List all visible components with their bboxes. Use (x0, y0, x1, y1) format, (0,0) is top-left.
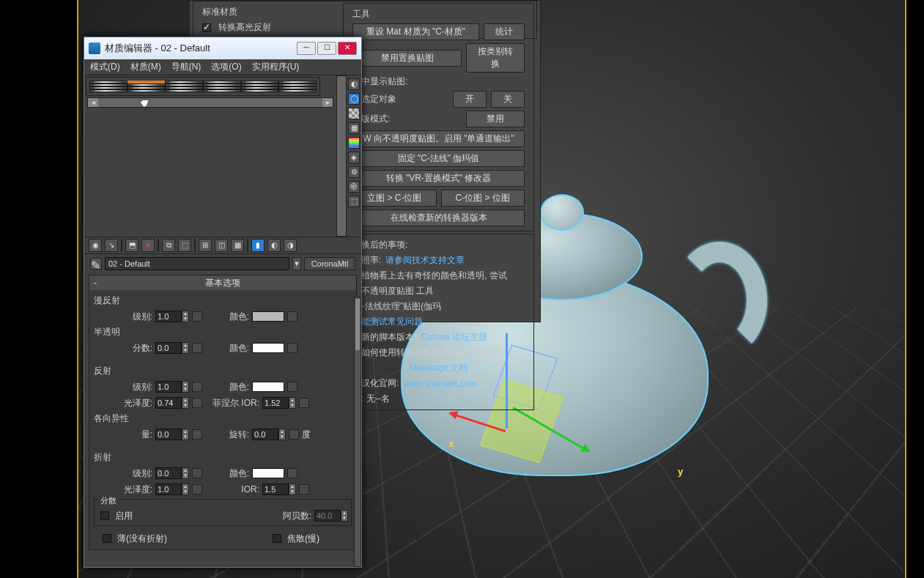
refl-level-spinner[interactable]: ▲▼ (182, 381, 189, 393)
menu-options[interactable]: 选项(O) (211, 61, 241, 73)
make-copy-icon[interactable]: ⧉ (162, 239, 175, 252)
put-to-lib-icon[interactable]: ⊞ (199, 239, 212, 252)
thin-checkbox[interactable] (103, 534, 111, 543)
refr-color-swatch[interactable] (252, 468, 284, 478)
sample-hscroll[interactable]: ◂▸ (87, 97, 333, 108)
refr-gloss-spinner[interactable]: ▲▼ (182, 483, 189, 495)
sample-slot-22[interactable] (203, 89, 241, 92)
sample-slot-24[interactable] (278, 89, 317, 92)
show-map-vp-icon[interactable]: ▦ (231, 239, 244, 252)
refl-ior-input[interactable] (262, 397, 289, 409)
refr-level-spinner[interactable]: ▲▼ (182, 467, 189, 479)
opacity-hint-button[interactable]: W 向不透明度贴图。启用 "单通道输出" (352, 130, 525, 147)
aniso-rot-input[interactable] (252, 429, 278, 440)
scatter-enable-checkbox[interactable] (100, 511, 109, 520)
disable-button[interactable]: 禁用 (466, 111, 525, 127)
aniso-amount-map[interactable] (192, 429, 202, 440)
refl-ior-map[interactable] (299, 398, 309, 408)
go-forward-icon[interactable]: ◑ (284, 239, 297, 252)
caustics-checkbox[interactable] (273, 534, 281, 543)
site-link[interactable]: www.shanse8.com (403, 379, 476, 389)
perf-link[interactable]: 性能测试常见问题 (352, 316, 423, 328)
diffuse-color-map[interactable] (287, 311, 297, 322)
sample-type-icon[interactable]: ◐ (348, 78, 360, 90)
make-unique-icon[interactable]: ⬚ (178, 239, 191, 252)
pick-material-icon[interactable]: ✎ (90, 258, 102, 270)
close-window-button[interactable]: ✕ (338, 42, 357, 55)
refl-color-map[interactable] (287, 382, 297, 392)
video-color-icon[interactable] (348, 137, 360, 149)
trans-color-swatch[interactable] (252, 343, 284, 353)
material-name-input[interactable] (105, 257, 289, 270)
refr-ior-spinner[interactable]: ▲▼ (289, 483, 296, 495)
mat-map-nav-icon[interactable]: ⬚ (348, 196, 360, 207)
trans-frac-map[interactable] (192, 343, 202, 353)
gizmo-y-axis[interactable] (512, 407, 589, 453)
aniso-rot-spinner[interactable]: ▲▼ (278, 429, 286, 440)
menu-util[interactable]: 实用程序(U) (252, 61, 300, 73)
diffuse-level-map[interactable] (192, 311, 202, 322)
titlebar[interactable]: 材质编辑器 - 02 - Default ─ ☐ ✕ (84, 37, 361, 59)
diffuse-level-input[interactable] (155, 311, 182, 322)
gizmo-x-axis[interactable] (449, 412, 506, 433)
refl-color-swatch[interactable] (252, 382, 284, 392)
minimize-button[interactable]: ─ (297, 42, 316, 55)
menu-material[interactable]: 材质(M) (130, 61, 161, 73)
sample-slot-19[interactable] (89, 89, 127, 92)
sample-slot-23[interactable] (241, 89, 279, 92)
convert-disp-button[interactable]: 转换 "VR-置换模式" 修改器 (352, 170, 525, 187)
go-parent-icon[interactable]: ◐ (267, 239, 281, 252)
refr-ior-map[interactable] (299, 484, 309, 494)
close-button[interactable]: 关 (491, 91, 525, 108)
stats-button[interactable]: 统计 (484, 23, 525, 40)
rollup-vscroll[interactable] (354, 297, 361, 567)
put-to-scene-icon[interactable]: ↘ (105, 239, 118, 252)
refl-gloss-input[interactable] (155, 397, 182, 409)
show-end-result-icon[interactable]: ▮ (251, 239, 265, 252)
assign-to-sel-icon[interactable]: ⬒ (125, 239, 138, 252)
diffuse-color-swatch[interactable] (252, 311, 284, 322)
trans-frac-input[interactable] (155, 342, 182, 354)
maximize-button[interactable]: ☐ (317, 42, 336, 55)
refr-level-input[interactable] (155, 467, 182, 479)
cmap2-button[interactable]: C-位图 > 位图 (441, 190, 525, 207)
refl-ior-spinner[interactable]: ▲▼ (289, 397, 296, 409)
maxscript-link[interactable]: Maxscript 文档 (410, 362, 467, 374)
reset-mat-button[interactable]: 重设 Mat 材质为 "C-材质" (352, 23, 479, 40)
support-link[interactable]: 请参阅技术支持文章 (385, 254, 465, 267)
sample-vscroll[interactable] (336, 75, 347, 237)
refr-gloss-map[interactable] (192, 484, 202, 494)
make-preview-icon[interactable]: ◈ (348, 152, 360, 163)
disable-disp-button[interactable]: 禁用置换贴图 (352, 50, 462, 67)
refl-level-input[interactable] (155, 381, 182, 393)
forum-link[interactable]: Corona 论坛主题 (421, 331, 487, 344)
reset-map-icon[interactable]: ✕ (141, 239, 155, 252)
refr-gloss-input[interactable] (155, 483, 182, 495)
menu-mode[interactable]: 模式(D) (90, 61, 120, 73)
sample-slot-20[interactable] (127, 89, 166, 92)
sample-uv-icon[interactable]: ▦ (348, 122, 360, 134)
mat-id-icon[interactable]: ◫ (215, 239, 228, 252)
menu-nav[interactable]: 导航(N) (171, 61, 202, 73)
rollup-basic-header[interactable]: 基本选项 (89, 275, 356, 290)
open-button[interactable]: 开 (453, 91, 487, 108)
material-type-button[interactable]: CoronaMtl (304, 257, 355, 270)
refr-color-map[interactable] (287, 468, 297, 478)
backlight-icon[interactable]: ◯ (348, 93, 360, 105)
trans-color-map[interactable] (287, 343, 297, 353)
trans-frac-spinner[interactable]: ▲▼ (182, 342, 189, 354)
refr-level-map[interactable] (192, 468, 202, 478)
background-icon[interactable] (348, 108, 360, 119)
aniso-amount-spinner[interactable]: ▲▼ (182, 429, 189, 440)
material-name-dropdown[interactable]: ▼ (292, 257, 301, 270)
refl-level-map[interactable] (192, 382, 202, 392)
refr-ior-input[interactable] (262, 483, 289, 495)
sample-slot-21[interactable] (165, 89, 203, 92)
select-by-mat-icon[interactable]: 🞋 (348, 181, 360, 193)
refl-gloss-map[interactable] (192, 398, 202, 408)
cmap1-button[interactable]: 立图 > C-位图 (352, 190, 437, 207)
refl-gloss-spinner[interactable]: ▲▼ (182, 397, 189, 409)
aniso-amount-input[interactable] (155, 429, 182, 440)
options-icon[interactable]: ⚙ (348, 166, 360, 178)
convert-by-class-button[interactable]: 按类别转换 (466, 43, 525, 73)
